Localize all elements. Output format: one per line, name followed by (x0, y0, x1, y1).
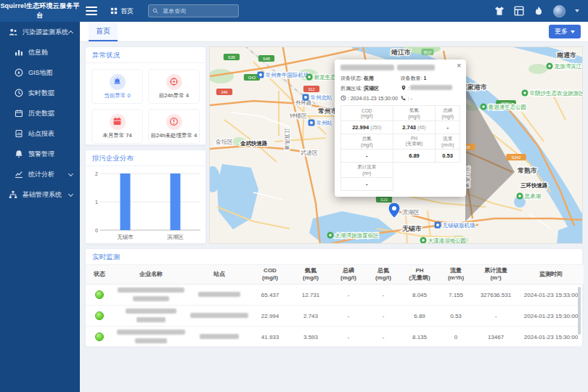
table-row[interactable]: 41.9333.593--8.1350134672024-01-23 15:30… (86, 327, 584, 348)
user-menu-caret-icon[interactable] (575, 9, 579, 12)
table-cell: 0.53 (438, 306, 473, 327)
alert-card-2[interactable]: 本月异常 74 (91, 109, 143, 144)
alert-cards: 当前异常 0前24h异常 4本月异常 74前24h未处理异常 4 (86, 63, 205, 150)
station-name-redacted (189, 327, 250, 348)
poi-green: 龙游湾滨江风光带 (547, 63, 584, 70)
main-content: 异常状况 当前异常 0前24h异常 4本月异常 74前24h未处理异常 4 排污… (80, 42, 588, 392)
sidebar-item-5[interactable]: 站点报表 (0, 123, 80, 144)
column-header: PH(无量纲) (401, 265, 438, 285)
road-badge: 312 (303, 86, 319, 92)
alerts-panel: 异常状况 当前异常 0前24h异常 4本月异常 74前24h未处理异常 4 (85, 46, 206, 145)
alert-card-label: 当前异常 0 (104, 92, 130, 99)
sidebar-item-6[interactable]: 预警管理 (0, 144, 80, 164)
table-cell: - (331, 327, 366, 348)
svg-text:S39: S39 (228, 55, 235, 60)
flame-icon[interactable] (534, 6, 544, 16)
alert-card-0[interactable]: 当前异常 0 (91, 69, 143, 104)
device-address: : (401, 85, 461, 92)
report-icon (15, 129, 23, 138)
popup-close-icon[interactable]: × (457, 62, 461, 70)
shirt-icon[interactable] (494, 6, 505, 16)
svg-text:大溪港湿地公园: 大溪港湿地公园 (428, 237, 467, 244)
column-header: 累计流量(m³) (473, 265, 518, 285)
sidebar-item-label: GIS地图 (28, 68, 53, 78)
column-header: 氨氮(mg/l) (290, 265, 331, 285)
clock-icon (340, 95, 346, 101)
sidebar-item-7[interactable]: 统计分析 (0, 164, 80, 184)
device-phone: : - (401, 95, 461, 101)
table-cell: 2.743 (290, 306, 331, 327)
road-badge: S19 (376, 196, 392, 203)
table-row[interactable]: 65.43712.731--8.0457.155327636.5312024-0… (86, 285, 584, 306)
table-cell: 3.593 (290, 327, 331, 348)
sidebar-item-2[interactable]: GIS地图 (0, 62, 80, 83)
table-row[interactable]: 22.9942.743--6.890.53-2024-01-23 15:30:0… (86, 306, 584, 327)
sidebar-item-label: 基础管理系统 (23, 190, 62, 200)
metric-value: 22.994 (250) (341, 121, 393, 134)
poi-green: 昆承湖 (517, 193, 542, 200)
table-cell: 6.89 (401, 306, 438, 327)
users-icon (9, 28, 17, 36)
alarm-icon (113, 77, 122, 86)
metric-header (436, 163, 460, 178)
tab-home[interactable]: 首页 (89, 22, 118, 41)
table-cell: 327636.531 (473, 285, 518, 306)
station-name-redacted (189, 306, 250, 327)
chart-panel: 排污企业分布 012无锡市滨湖区 (85, 150, 206, 244)
user-avatar[interactable] (553, 5, 565, 17)
metric-header: 流量(m³/h) (436, 134, 460, 150)
metric-value: - (341, 178, 393, 191)
svg-text:金武快速路: 金武快速路 (240, 140, 268, 147)
sidebar-item-label: 实时数据 (28, 89, 54, 98)
svg-text:无锡硕放机场: 无锡硕放机场 (443, 222, 475, 229)
svg-text:江宜高速: 江宜高速 (284, 128, 290, 151)
svg-text:常州北站: 常州北站 (311, 94, 333, 101)
metric-header: 总氮(mg/l) (341, 134, 393, 150)
alert-card-3[interactable]: 前24h未处理异常 4 (148, 109, 200, 144)
alert-card-label: 前24h异常 4 (159, 92, 189, 99)
table-cell: 8.135 (401, 327, 438, 348)
map-popup: × 设备状态: 在用 设备数量: 1 所属区域: 滨湖区 : : 2024-01… (335, 60, 466, 197)
table-scrollbar[interactable] (578, 287, 581, 335)
topbar-home-link[interactable]: 首页 (110, 7, 134, 16)
metric-value: 0.53 (436, 150, 460, 163)
sidebar-item-4[interactable]: 历史数据 (0, 103, 80, 123)
sitemap-icon (9, 190, 17, 199)
dashboard-icon (15, 48, 23, 57)
table-cell: 2024-01-23 15:30:00 (518, 327, 584, 348)
search-input[interactable] (161, 7, 234, 15)
poi-blue: 常州北站 (303, 94, 333, 101)
menu-search[interactable] (148, 4, 239, 17)
svg-text:G42: G42 (248, 75, 256, 80)
svg-text:金坛区: 金坛区 (215, 139, 233, 145)
table-cell: 0 (438, 327, 473, 348)
chevron-down-icon (68, 171, 73, 176)
gis-map[interactable]: 靖江市南通市张家港市常州市常熟市无锡市钟楼区武进区金坛区外环路金武快速路三环快速… (209, 46, 583, 244)
calendar-icon (113, 117, 122, 126)
sidebar-item-0[interactable]: 污染源监测系统 (0, 22, 80, 42)
hamburger-menu-icon[interactable] (86, 7, 97, 15)
sidebar-item-8[interactable]: 基础管理系统 (0, 184, 80, 205)
svg-text:无锡市: 无锡市 (117, 234, 134, 240)
realtime-panel-title: 实时监测 (86, 249, 582, 265)
table-cell: 65.437 (250, 285, 290, 306)
svg-text:S342: S342 (512, 155, 521, 160)
layout-icon[interactable] (514, 6, 524, 16)
metric-value (436, 178, 460, 191)
pin-icon (401, 85, 407, 91)
alert-card-1[interactable]: 前24h异常 4 (148, 69, 200, 104)
status-dot (95, 290, 104, 299)
more-button[interactable]: 更多 (549, 25, 581, 38)
table-cell: 13467 (473, 327, 518, 348)
metric-value: 2.743 (45) (393, 121, 436, 134)
metric-header: 累计流量(m³) (341, 163, 393, 178)
clock-icon (15, 89, 23, 97)
svg-text:黄泗浦生态公园: 黄泗浦生态公园 (489, 104, 527, 110)
sidebar-item-label: 站点报表 (28, 129, 54, 139)
table-cell: - (366, 285, 401, 306)
sidebar-item-label: 历史数据 (28, 109, 54, 118)
sidebar-item-1[interactable]: 信息舱 (0, 42, 80, 62)
chevron-down-icon (68, 191, 73, 196)
sidebar-item-3[interactable]: 实时数据 (0, 83, 80, 103)
road-badge: 346 (216, 89, 232, 95)
